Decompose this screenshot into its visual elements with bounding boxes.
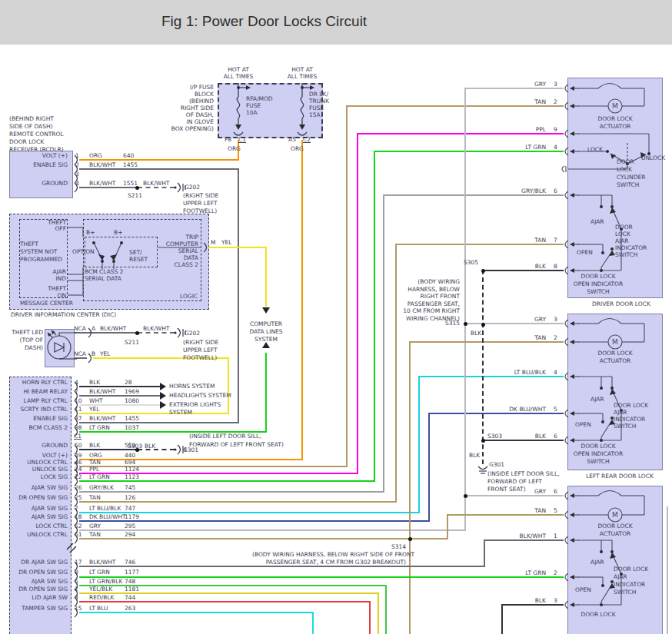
label: PROGRAMMED bbox=[20, 256, 62, 263]
label: AJAR bbox=[23, 268, 66, 275]
label: AJAR SW SIG bbox=[6, 578, 68, 585]
label: TAN bbox=[89, 459, 101, 466]
label: DOOR LOCK bbox=[584, 350, 646, 357]
wire-segment bbox=[79, 601, 371, 602]
label: LT GRN bbox=[89, 424, 110, 431]
wire-segment bbox=[79, 501, 397, 503]
wire-segment bbox=[346, 105, 348, 467]
label: PPL bbox=[89, 466, 99, 473]
label: UNLOCK CTRL bbox=[6, 459, 68, 466]
wire-segment bbox=[79, 413, 229, 414]
label: 2 bbox=[554, 569, 557, 576]
label: LT GRN/BLK bbox=[89, 578, 123, 585]
label: PPL bbox=[486, 126, 546, 133]
label: G202 bbox=[185, 184, 200, 191]
label: ACTUATOR bbox=[584, 357, 646, 364]
label: BLK/WHT bbox=[89, 559, 115, 566]
label: IN GLOVE bbox=[160, 118, 214, 125]
label: 440 bbox=[125, 452, 135, 459]
label: 1080 bbox=[125, 397, 139, 404]
label: A5 bbox=[288, 136, 296, 143]
label: SWITCH bbox=[567, 458, 629, 465]
label: OPEN INDICATOR bbox=[567, 450, 629, 457]
label: 746 bbox=[125, 559, 135, 566]
label: (BODY WIRING bbox=[383, 278, 460, 285]
label: BLK bbox=[486, 433, 546, 440]
label: DR OPEN SW SIG bbox=[6, 494, 68, 501]
label: 24 bbox=[75, 466, 82, 473]
label: GROUND bbox=[6, 442, 68, 449]
label: LEFT REAR DOOR LOCK bbox=[586, 473, 654, 480]
label: YEL/BLK bbox=[89, 586, 112, 593]
label: DR AJAR SW SIG bbox=[6, 559, 68, 566]
label: AJAR bbox=[614, 573, 627, 580]
wire-segment bbox=[79, 538, 411, 539]
splice-dot-icon bbox=[481, 269, 485, 273]
label: DR LK/ bbox=[309, 91, 328, 98]
label: ALL TIMES bbox=[281, 73, 323, 80]
label: LT BLU/BLK bbox=[89, 505, 121, 512]
label: UNLOCK bbox=[641, 154, 665, 161]
label: AJAR bbox=[590, 218, 604, 225]
label: S211 bbox=[125, 339, 139, 346]
label: TAMPER SW SIG bbox=[6, 605, 68, 612]
label: DATA LINES bbox=[243, 328, 289, 335]
label: OPEN INDICATOR bbox=[567, 280, 629, 287]
label: 10A bbox=[246, 109, 258, 116]
label: LOCK bbox=[617, 166, 632, 173]
label: BLK bbox=[145, 443, 155, 450]
label: OPEN bbox=[577, 249, 593, 256]
label: AJAR SW SIG bbox=[6, 505, 68, 512]
label: DOOR bbox=[617, 158, 634, 165]
label: 15A bbox=[309, 111, 321, 118]
label: BLK bbox=[469, 452, 480, 459]
label: C1 bbox=[238, 136, 246, 143]
wire-segment bbox=[464, 323, 564, 324]
wire-segment bbox=[79, 466, 348, 467]
led-icon bbox=[43, 327, 77, 369]
wire-segment bbox=[238, 168, 239, 423]
label: C2 bbox=[303, 136, 311, 143]
label: LT BLU/BLK bbox=[486, 369, 546, 376]
wire-segment bbox=[301, 140, 303, 460]
label: TAN bbox=[89, 494, 101, 501]
label: DR OPEN SW SIG bbox=[6, 586, 68, 593]
label: RESET bbox=[129, 256, 148, 263]
wire-segment bbox=[228, 357, 229, 414]
wire-segment bbox=[79, 168, 239, 170]
wire-segment bbox=[667, 506, 668, 634]
label: 5 bbox=[554, 406, 557, 413]
wire-segment bbox=[428, 413, 430, 522]
wire-segment bbox=[447, 514, 448, 539]
label: ON bbox=[23, 292, 66, 299]
wire-segment bbox=[383, 194, 384, 493]
splice-dot-icon bbox=[464, 494, 467, 498]
label: BLK/WHT bbox=[143, 325, 169, 332]
label: 4 bbox=[75, 180, 79, 187]
wire-segment bbox=[482, 270, 484, 464]
splice-dot-icon bbox=[464, 322, 467, 326]
label: 17 bbox=[75, 559, 82, 566]
svg-text:M: M bbox=[612, 102, 618, 110]
label: GRY bbox=[486, 316, 546, 323]
label: 2 bbox=[75, 586, 78, 593]
label: 294 bbox=[125, 531, 135, 538]
label: LID AJAR SW bbox=[6, 594, 68, 601]
label: LT GRN bbox=[486, 144, 546, 151]
label: S314 bbox=[375, 543, 406, 550]
label: GRY/BLK bbox=[486, 188, 546, 194]
label: DOOR LOCK bbox=[614, 402, 648, 409]
label: 7 bbox=[554, 237, 557, 244]
label: WHT bbox=[89, 397, 103, 404]
label: 25 bbox=[75, 494, 82, 501]
wire-segment bbox=[79, 159, 239, 161]
wire-segment bbox=[383, 194, 564, 196]
label: 3 bbox=[554, 81, 557, 88]
label: BLK/WHT bbox=[143, 180, 169, 187]
label: S303 bbox=[128, 443, 142, 450]
wire-segment bbox=[409, 538, 448, 539]
label: FORWARD OF LEFT bbox=[487, 478, 542, 485]
label: (TOP OF bbox=[5, 337, 43, 344]
label: VOLT (+) bbox=[9, 152, 68, 159]
wire-segment bbox=[357, 133, 358, 474]
